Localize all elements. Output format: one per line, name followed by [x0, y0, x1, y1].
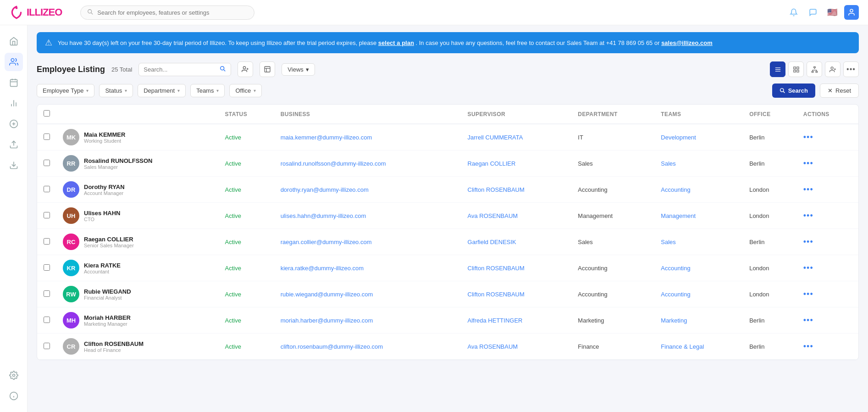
search-button[interactable]: Search [772, 84, 815, 98]
row-checkbox-cell[interactable] [37, 334, 56, 360]
row-actions-btn[interactable]: ••• [803, 263, 813, 273]
employee-name: Rosalind RUNOLFSSON [84, 157, 153, 164]
actions-cell[interactable]: ••• [797, 255, 858, 281]
teams-filter[interactable]: Teams ▾ [190, 84, 225, 97]
sidebar-item-people[interactable] [5, 53, 23, 71]
supervisor-link[interactable]: Garfield DENESIK [468, 239, 516, 245]
add-employee-btn[interactable] [238, 61, 253, 77]
row-actions-btn[interactable]: ••• [803, 133, 813, 142]
row-actions-btn[interactable]: ••• [803, 290, 813, 299]
actions-cell[interactable]: ••• [797, 281, 858, 307]
supervisor-link[interactable]: Ava ROSENBAUM [468, 212, 518, 219]
row-checkbox[interactable] [44, 160, 50, 166]
row-checkbox[interactable] [44, 238, 50, 245]
team-link[interactable]: Development [661, 134, 696, 141]
import-btn[interactable] [260, 61, 275, 77]
message-icon[interactable] [806, 5, 820, 20]
row-checkbox[interactable] [44, 134, 50, 140]
department-filter[interactable]: Department ▾ [138, 84, 186, 97]
row-checkbox-cell[interactable] [37, 177, 56, 203]
supervisor-link[interactable]: Alfreda HETTINGER [468, 317, 523, 324]
actions-cell[interactable]: ••• [797, 124, 858, 150]
row-checkbox-cell[interactable] [37, 150, 56, 177]
row-checkbox-cell[interactable] [37, 281, 56, 307]
sidebar-item-calendar[interactable] [5, 73, 23, 92]
row-checkbox-cell[interactable] [37, 124, 56, 150]
row-checkbox[interactable] [44, 264, 50, 271]
email-link[interactable]: raegan.collier@dummy-illizeo.com [281, 239, 372, 245]
org-view-btn[interactable] [807, 61, 822, 77]
sidebar-item-home[interactable] [5, 32, 23, 50]
team-link[interactable]: Accounting [661, 265, 690, 272]
team-link[interactable]: Sales [661, 160, 676, 167]
supervisor-link[interactable]: Jarrell CUMMERATA [468, 134, 523, 141]
row-checkbox[interactable] [44, 317, 50, 323]
global-search-input[interactable] [97, 9, 248, 16]
select-all-checkbox[interactable] [44, 110, 50, 117]
row-actions-btn[interactable]: ••• [803, 316, 813, 325]
banner-plan-link[interactable]: select a plan [378, 39, 414, 46]
email-link[interactable]: moriah.harber@dummy-illizeo.com [281, 317, 373, 324]
supervisor-link[interactable]: Clifton ROSENBAUM [468, 265, 525, 272]
actions-cell[interactable]: ••• [797, 229, 858, 255]
row-checkbox[interactable] [44, 343, 50, 349]
row-actions-btn[interactable]: ••• [803, 211, 813, 220]
row-actions-btn[interactable]: ••• [803, 159, 813, 168]
banner-email-link[interactable]: sales@illizeo.com [661, 39, 713, 46]
row-checkbox-cell[interactable] [37, 203, 56, 229]
views-dropdown[interactable]: Views ▾ [282, 63, 315, 76]
row-actions-btn[interactable]: ••• [803, 185, 813, 194]
actions-cell[interactable]: ••• [797, 150, 858, 177]
supervisor-link[interactable]: Ava ROSENBAUM [468, 343, 518, 350]
team-link[interactable]: Accounting [661, 186, 690, 193]
row-checkbox[interactable] [44, 290, 50, 297]
team-link[interactable]: Marketing [661, 317, 687, 324]
notification-icon[interactable] [786, 5, 801, 20]
sidebar-item-download[interactable] [5, 156, 23, 174]
row-actions-btn[interactable]: ••• [803, 237, 813, 246]
row-actions-btn[interactable]: ••• [803, 342, 813, 351]
actions-cell[interactable]: ••• [797, 203, 858, 229]
email-link[interactable]: ulises.hahn@dummy-illizeo.com [281, 212, 366, 219]
team-link[interactable]: Accounting [661, 291, 690, 298]
more-options-btn[interactable]: ••• [843, 61, 859, 77]
row-checkbox[interactable] [44, 186, 50, 192]
team-link[interactable]: Sales [661, 239, 676, 245]
user-avatar[interactable] [844, 5, 859, 20]
listing-search-input[interactable] [144, 66, 217, 73]
header-checkbox[interactable] [37, 105, 56, 124]
email-link[interactable]: kiera.ratke@dummy-illizeo.com [281, 265, 364, 272]
sidebar-item-chart[interactable] [5, 94, 23, 112]
sidebar-item-money[interactable] [5, 115, 23, 133]
email-link[interactable]: maia.kemmer@dummy-illizeo.com [281, 134, 372, 141]
listing-search[interactable] [138, 63, 231, 76]
team-link[interactable]: Management [661, 212, 696, 219]
list-view-btn[interactable] [770, 61, 785, 77]
add-col-btn[interactable] [825, 61, 840, 77]
row-checkbox[interactable] [44, 212, 50, 218]
email-link[interactable]: rubie.wiegand@dummy-illizeo.com [281, 291, 373, 298]
actions-cell[interactable]: ••• [797, 307, 858, 334]
email-link[interactable]: rosalind.runolfsson@dummy-illizeo.com [281, 160, 386, 167]
email-link[interactable]: dorothy.ryan@dummy-illizeo.com [281, 186, 369, 193]
supervisor-link[interactable]: Raegan COLLIER [468, 160, 516, 167]
row-checkbox-cell[interactable] [37, 255, 56, 281]
status-filter[interactable]: Status ▾ [99, 84, 133, 97]
supervisor-link[interactable]: Clifton ROSENBAUM [468, 186, 525, 193]
sidebar-item-settings[interactable] [5, 366, 23, 367]
row-checkbox-cell[interactable] [37, 229, 56, 255]
global-search[interactable] [80, 6, 254, 20]
sidebar-item-upload[interactable] [5, 135, 23, 154]
reset-button[interactable]: ✕ Reset [820, 84, 859, 98]
office-filter[interactable]: Office ▾ [229, 84, 262, 97]
language-flag[interactable]: 🇺🇸 [825, 5, 840, 20]
team-link[interactable]: Finance & Legal [661, 343, 704, 350]
row-checkbox-cell[interactable] [37, 307, 56, 334]
actions-cell[interactable]: ••• [797, 334, 858, 360]
grid-view-btn[interactable] [788, 61, 804, 77]
supervisor-link[interactable]: Clifton ROSENBAUM [468, 291, 525, 298]
email-link[interactable]: clifton.rosenbaum@dummy-illizeo.com [281, 343, 383, 350]
employee-type-filter[interactable]: Employee Type ▾ [37, 84, 94, 97]
header-actions: Actions [797, 105, 858, 124]
actions-cell[interactable]: ••• [797, 177, 858, 203]
